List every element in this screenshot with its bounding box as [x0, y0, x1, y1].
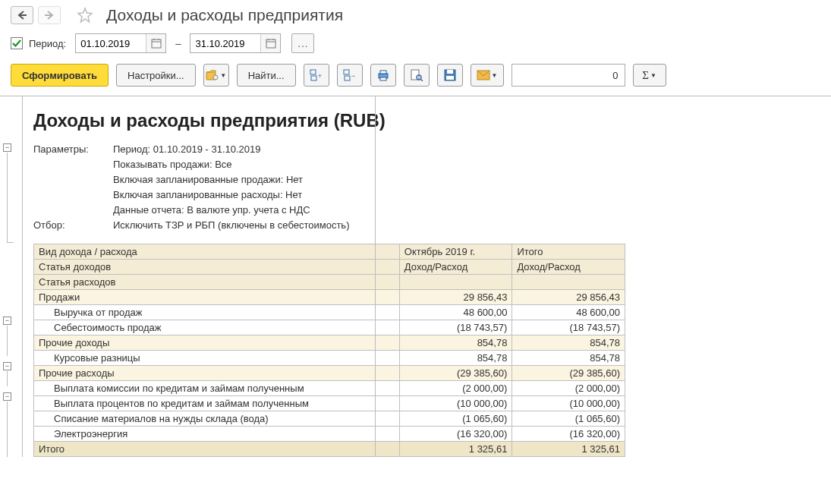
table-row[interactable]: Курсовые разницы854,78854,78: [34, 351, 625, 366]
chevron-down-icon: ▼: [492, 72, 498, 79]
diskette-icon: [444, 69, 456, 81]
sum-value: 0: [612, 70, 618, 81]
outline-toggle[interactable]: −: [3, 362, 11, 370]
table-row[interactable]: Списание материалов на нужды склада (вод…: [34, 411, 625, 427]
sigma-button[interactable]: Σ ▼: [633, 64, 666, 87]
calendar-icon: [266, 38, 276, 49]
svg-rect-15: [344, 70, 349, 74]
check-icon: [12, 39, 21, 48]
preview-button[interactable]: [404, 64, 430, 87]
row-value-period: 1 325,61: [399, 442, 512, 457]
variants-button[interactable]: ▼: [203, 64, 229, 87]
svg-rect-13: [311, 76, 316, 80]
settings-button[interactable]: Настройки...: [116, 64, 196, 87]
table-row[interactable]: Выплата процентов по кредитам и займам п…: [34, 396, 625, 411]
date-from-calendar-button[interactable]: [146, 34, 165, 52]
outline-toggle[interactable]: −: [3, 317, 11, 325]
date-to-input[interactable]: [190, 34, 260, 52]
row-value-total: (1 065,60): [512, 411, 625, 427]
svg-rect-6: [266, 39, 275, 48]
table-row[interactable]: Продажи29 856,4329 856,43: [34, 290, 625, 305]
folder-gear-icon: [206, 69, 219, 81]
row-name: Выплата процентов по кредитам и займам п…: [34, 396, 400, 411]
row-name: Выплата комиссии по кредитам и займам по…: [34, 381, 400, 396]
row-value-period: 48 600,00: [399, 305, 512, 320]
nav-back-button[interactable]: [11, 6, 33, 24]
email-button[interactable]: ▼: [471, 64, 504, 87]
period-checkbox[interactable]: [11, 37, 23, 49]
row-value-total: (18 743,57): [512, 320, 625, 335]
row-value-period: (10 000,00): [399, 396, 512, 411]
find-button[interactable]: Найти...: [237, 64, 296, 87]
row-value-period: (18 743,57): [399, 320, 512, 335]
sigma-icon: Σ: [642, 69, 649, 82]
row-name: Себестоимость продаж: [34, 320, 400, 335]
report-table: Вид дохода / расхода Октябрь 2019 г. Ито…: [33, 244, 625, 457]
col-subheader: Статья расходов: [34, 275, 400, 290]
row-value-period: 854,78: [399, 335, 512, 351]
arrow-left-icon: [16, 11, 28, 20]
svg-rect-12: [310, 70, 316, 74]
row-value-total: (29 385,60): [512, 366, 625, 381]
print-button[interactable]: [370, 64, 396, 87]
save-button[interactable]: [437, 64, 463, 87]
svg-rect-26: [446, 76, 454, 80]
param-line: Включая запланированные продажи: Нет: [113, 172, 349, 187]
printer-icon: [376, 69, 390, 81]
table-row[interactable]: Себестоимость продаж(18 743,57)(18 743,5…: [34, 320, 625, 335]
favorite-button[interactable]: [76, 6, 94, 24]
param-line: Данные отчета: В валюте упр. учета с НДС: [113, 203, 349, 218]
expand-all-button[interactable]: +: [304, 64, 329, 87]
row-name: Списание материалов на нужды склада (вод…: [34, 411, 400, 427]
chevron-down-icon: ▼: [650, 72, 656, 79]
row-value-period: 854,78: [399, 351, 512, 366]
table-row[interactable]: Прочие доходы854,78854,78: [34, 335, 625, 351]
svg-rect-25: [447, 70, 453, 74]
col-subheader: Статья доходов: [34, 260, 400, 275]
date-from-input[interactable]: [76, 34, 146, 52]
filter-line: Исключить ТЗР и РБП (включены в себестои…: [113, 218, 349, 233]
period-more-button[interactable]: ...: [291, 33, 314, 53]
row-value-total: (2 000,00): [512, 381, 625, 396]
table-row[interactable]: Итого1 325,611 325,61: [34, 442, 625, 457]
table-row[interactable]: Электроэнергия(16 320,00)(16 320,00): [34, 427, 625, 442]
star-icon: [77, 7, 93, 24]
row-value-total: (16 320,00): [512, 427, 625, 442]
outline-toggle[interactable]: −: [3, 143, 11, 152]
svg-text:−: −: [351, 72, 355, 80]
sum-field[interactable]: 0: [512, 64, 625, 87]
svg-rect-20: [380, 77, 386, 80]
chevron-down-icon: ▼: [220, 72, 226, 79]
col-subheader: Доход/Расход: [512, 260, 625, 275]
calendar-icon: [151, 38, 162, 49]
collapse-icon: −: [343, 69, 357, 81]
row-value-total: 854,78: [512, 335, 625, 351]
nav-forward-button[interactable]: [38, 6, 61, 24]
row-value-period: (2 000,00): [399, 381, 512, 396]
col-header-total: Итого: [512, 244, 625, 260]
expand-icon: +: [310, 69, 323, 81]
date-to-field[interactable]: [190, 33, 281, 53]
date-from-field[interactable]: [75, 33, 166, 53]
param-line: Включая запланированные расходы: Нет: [113, 187, 349, 203]
table-row[interactable]: Прочие расходы(29 385,60)(29 385,60): [34, 366, 625, 381]
envelope-icon: [477, 70, 490, 80]
collapse-all-button[interactable]: −: [337, 64, 363, 87]
table-row[interactable]: Выплата комиссии по кредитам и займам по…: [34, 381, 625, 396]
period-dash: –: [175, 38, 181, 49]
table-header-row: Статья расходов: [34, 275, 625, 290]
row-value-total: 854,78: [512, 351, 625, 366]
table-header-row: Статья доходов Доход/Расход Доход/Расход: [34, 260, 625, 275]
generate-button[interactable]: Сформировать: [11, 64, 109, 87]
date-to-calendar-button[interactable]: [260, 34, 280, 52]
svg-line-23: [420, 79, 423, 81]
param-line: Показывать продажи: Все: [113, 157, 349, 172]
row-value-total: (10 000,00): [512, 396, 625, 411]
report-title: Доходы и расходы предприятия (RUB): [23, 96, 831, 142]
arrow-right-icon: [43, 11, 55, 20]
svg-rect-2: [152, 39, 161, 48]
outline-toggle[interactable]: −: [3, 392, 11, 401]
table-row[interactable]: Выручка от продаж48 600,0048 600,00: [34, 305, 625, 320]
svg-text:+: +: [318, 72, 322, 80]
row-name: Прочие доходы: [34, 335, 400, 351]
